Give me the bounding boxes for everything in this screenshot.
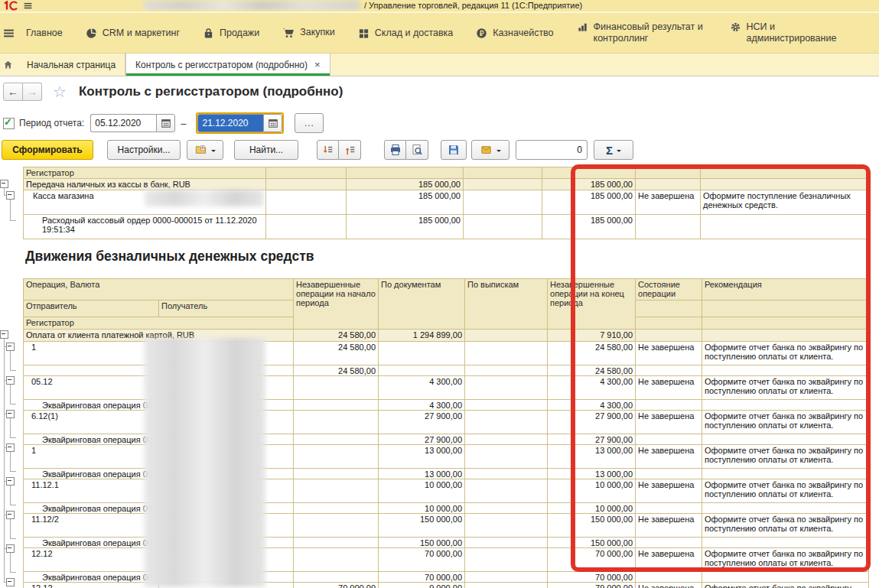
favorite-star-icon[interactable] [53,83,67,101]
print-preview-button[interactable] [406,140,428,160]
report-cell[interactable] [465,572,548,583]
report-cell[interactable]: Не завершена [636,514,702,538]
report-cell[interactable] [702,300,869,317]
send-email-button[interactable] [471,140,509,160]
report-cell[interactable]: Не завершена [636,445,702,469]
report-cell[interactable] [636,330,702,342]
report-cell[interactable] [266,179,347,190]
report-cell[interactable] [636,572,702,583]
report-cell[interactable]: 10 000,00 [548,503,636,514]
report-cell[interactable] [266,190,347,215]
menu-section-4[interactable]: Закупки [282,27,335,39]
report-cell[interactable] [636,317,702,330]
report-cell[interactable]: 150 000,00 [548,514,636,538]
report-cell[interactable]: 10 000,00 [379,479,465,503]
collapse-group-button[interactable] [6,343,15,351]
report-cell[interactable] [294,400,379,411]
report-cell[interactable] [465,538,548,548]
report-cell[interactable]: Оформите отчет банка по эквайрингу [702,583,869,588]
report-cell[interactable]: Не завершена [636,548,702,572]
menu-section-8[interactable]: НСИ и администрирование [730,21,860,44]
report-cell[interactable]: 79 000,00 [548,583,636,588]
report-cell[interactable] [465,365,548,376]
report-cell[interactable] [542,167,636,179]
report-cell[interactable] [294,411,379,434]
report-cell[interactable]: 24 580,00 [294,342,379,365]
report-cell[interactable]: 24 580,00 [294,365,379,376]
report-cell[interactable]: По документам [379,279,465,330]
report-cell[interactable]: Оформите отчет банка по эквайрингу по по… [702,479,869,503]
report-cell[interactable] [465,330,548,342]
report-cell[interactable]: 13 000,00 [379,469,465,479]
report-cell[interactable]: Оформите отчет банка по эквайрингу по по… [702,445,869,469]
report-cell[interactable]: Незавершенные операции на конец периода [548,279,636,330]
report-cell[interactable] [379,342,465,365]
report-cell[interactable] [465,503,548,514]
report-cell[interactable] [465,434,548,445]
report-cell[interactable]: 4 300,00 [548,400,636,411]
report-cell[interactable]: 4 300,00 [548,376,636,400]
report-cell[interactable]: 9 000,00 [379,583,465,588]
report-cell[interactable] [636,469,702,479]
report-cell[interactable]: 185 000,00 [542,190,636,215]
report-cell[interactable]: Рекомендация [702,279,869,300]
calendar-button-to[interactable] [263,114,282,132]
report-cell[interactable]: 13 000,00 [379,445,465,469]
report-cell[interactable] [465,583,548,588]
menu-section-6[interactable]: Казначейство [476,28,553,39]
report-cell[interactable]: 1 294 899,00 [379,330,465,342]
report-cell[interactable]: 70 000,00 [294,583,379,588]
report-cell[interactable]: 13 000,00 [548,469,636,479]
report-cell[interactable] [465,376,548,400]
menu-section-3[interactable]: Продажи [203,28,259,39]
report-cell[interactable]: 4 300,00 [379,400,465,411]
save-button[interactable] [441,140,467,160]
report-cell[interactable]: Не завершена [636,411,702,434]
report-cell[interactable] [636,503,702,514]
report-cell[interactable] [294,445,379,469]
report-cell[interactable] [266,215,347,239]
report-cell[interactable]: Не завершена [636,190,701,215]
report-cell[interactable]: 70 000,00 [379,572,465,583]
print-button[interactable] [384,140,406,160]
report-cell[interactable]: 11.12/2 [24,514,159,538]
forward-button[interactable] [23,83,42,101]
report-cell[interactable]: Не завершена [636,376,702,400]
report-cell[interactable]: 70 000,00 [379,548,465,572]
autosum-button[interactable]: Σ [594,140,633,160]
report-cell[interactable]: Оформите отчет банка по эквайрингу по по… [702,376,869,400]
report-cell[interactable] [636,167,701,179]
report-cell[interactable] [294,548,379,572]
report-cell[interactable] [636,365,702,376]
report-cell[interactable] [294,503,379,514]
report-cell[interactable] [465,445,548,469]
report-cell[interactable]: Не завершена [636,342,702,365]
report-cell[interactable]: 185 000,00 [347,190,464,215]
period-to-input[interactable] [197,114,263,132]
menu-section-1[interactable]: Главное [26,28,63,39]
expand-groups-button[interactable] [317,140,339,160]
report-cell[interactable] [636,538,702,548]
collapse-group-button[interactable] [6,477,15,486]
report-cell[interactable]: Незавершенные операции на начало периода [294,279,379,330]
collapse-groups-button[interactable] [339,140,361,160]
report-cell[interactable] [294,514,379,538]
report-cell[interactable]: 70 000,00 [548,572,636,583]
tab-close-icon[interactable]: × [314,60,321,70]
report-cell[interactable]: Оформите поступление безналичных денежны… [701,190,869,215]
period-more-button[interactable]: ... [295,113,324,133]
menu-section-7[interactable]: Финансовый результат и контроллинг [577,21,707,44]
tab-report[interactable]: Контроль с регисстратором (подробнно)× [125,54,330,76]
menu-section-5[interactable]: Склад и доставка [358,28,453,39]
tab-home-page[interactable]: Начальная страница [18,54,125,76]
collapse-group-button[interactable] [6,191,15,200]
report-cell[interactable] [294,376,379,400]
report-variants-button[interactable] [187,140,223,160]
report-cell[interactable]: 10 000,00 [379,503,465,514]
report-cell[interactable]: Состояние операции [636,279,702,300]
report-cell[interactable]: Оформите отчет банка по эквайрингу по по… [702,548,869,572]
report-cell[interactable] [294,479,379,503]
report-cell[interactable]: Отправитель [24,300,159,317]
report-cell[interactable] [465,400,548,411]
report-cell[interactable] [294,469,379,479]
